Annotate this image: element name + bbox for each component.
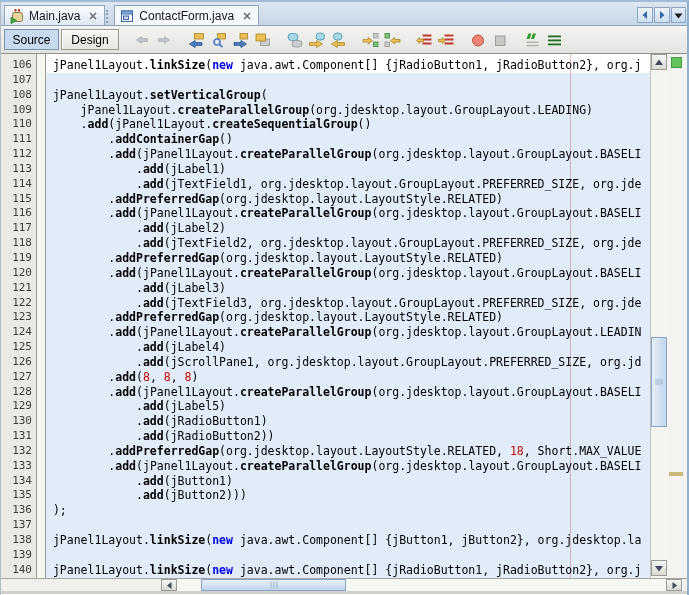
code-line[interactable]: .add(jRadioButton1)	[46, 414, 650, 429]
code-line[interactable]: .add(jLabel3)	[46, 281, 650, 296]
code-line[interactable]: jPanel1Layout.linkSize(new java.awt.Comp…	[46, 563, 650, 578]
toggle-bookmark-icon[interactable]	[330, 32, 347, 48]
tab-label: Main.java	[29, 9, 80, 23]
code-lines[interactable]: jPanel1Layout.linkSize(new java.awt.Comp…	[46, 54, 650, 578]
document-tabbar: Main.java ContactForm.java	[1, 2, 687, 26]
nav-back-icon[interactable]	[134, 32, 151, 48]
design-view-button[interactable]: Design	[61, 29, 119, 50]
scroll-up-button[interactable]	[651, 54, 667, 70]
code-line[interactable]: jPanel1Layout.setVerticalGroup(	[46, 88, 650, 103]
line-number: 115	[1, 192, 36, 207]
code-line[interactable]: .add(jLabel2)	[46, 221, 650, 236]
shift-line-left-icon[interactable]	[362, 32, 379, 48]
scroll-tabs-right-button[interactable]	[654, 7, 670, 23]
line-number: 117	[1, 221, 36, 236]
tab-contactform-java[interactable]: ContactForm.java	[114, 5, 259, 25]
editor-toolbar: Source Design	[1, 26, 687, 54]
source-view-button[interactable]: Source	[4, 29, 59, 50]
line-number: 131	[1, 429, 36, 444]
document-list-dropdown-button[interactable]	[671, 7, 686, 23]
unindent-icon[interactable]	[416, 32, 433, 48]
code-line[interactable]: .add(jPanel1Layout.createParallelGroup(o…	[46, 266, 650, 281]
error-stripe-mark[interactable]	[669, 472, 683, 476]
toggle-highlight-search-icon[interactable]	[254, 32, 271, 48]
code-line[interactable]: .add(jPanel1Layout.createParallelGroup(o…	[46, 459, 650, 474]
close-icon[interactable]	[241, 10, 253, 22]
code-line[interactable]: .add(jScrollPane1, org.jdesktop.layout.G…	[46, 355, 650, 370]
toolbar-icon-group	[470, 32, 509, 48]
record-macro-icon[interactable]	[470, 32, 487, 48]
vertical-scrollbar[interactable]	[650, 54, 667, 578]
code-line[interactable]: .add(jRadioButton2))	[46, 429, 650, 444]
error-stripe[interactable]	[667, 54, 687, 578]
code-line[interactable]: .add(jPanel1Layout.createParallelGroup(o…	[46, 325, 650, 340]
line-number: 140	[1, 563, 36, 578]
line-number: 119	[1, 251, 36, 266]
tab-main-java[interactable]: Main.java	[4, 5, 105, 25]
line-number: 110	[1, 117, 36, 132]
uncomment-icon[interactable]	[546, 32, 563, 48]
last-edit-location-icon[interactable]	[188, 32, 205, 48]
line-number: 134	[1, 474, 36, 489]
code-line[interactable]: jPanel1Layout.linkSize(new java.awt.Comp…	[46, 533, 650, 548]
code-line[interactable]: .addPreferredGap(org.jdesktop.layout.Lay…	[46, 444, 650, 459]
vertical-scrollbar-thumb[interactable]	[651, 337, 667, 427]
code-line[interactable]: );	[46, 503, 650, 518]
code-line[interactable]: jPanel1Layout.createParallelGroup(org.jd…	[46, 103, 650, 118]
code-line[interactable]	[46, 548, 650, 563]
find-next-icon[interactable]	[232, 32, 249, 48]
code-line[interactable]: .add(jButton2)))	[46, 488, 650, 503]
stop-macro-icon[interactable]	[492, 32, 509, 48]
code-line[interactable]	[46, 518, 650, 533]
scroll-left-button[interactable]	[161, 579, 177, 591]
scroll-down-button[interactable]	[651, 560, 667, 576]
nav-forward-icon[interactable]	[156, 32, 173, 48]
previous-bookmark-icon[interactable]	[286, 32, 303, 48]
code-line[interactable]: .add(jPanel1Layout.createParallelGroup(o…	[46, 385, 650, 400]
code-line[interactable]: jPanel1Layout.linkSize(new java.awt.Comp…	[46, 58, 650, 73]
code-line[interactable]: .addPreferredGap(org.jdesktop.layout.Lay…	[46, 251, 650, 266]
code-line[interactable]: .add(jLabel5)	[46, 399, 650, 414]
error-stripe-ok-indicator	[671, 57, 682, 68]
code-line[interactable]: .add(jTextField2, org.jdesktop.layout.Gr…	[46, 236, 650, 251]
glyph-margin	[37, 54, 46, 578]
line-number: 126	[1, 355, 36, 370]
code-line[interactable]: .add(jTextField1, org.jdesktop.layout.Gr…	[46, 177, 650, 192]
shift-line-right-icon[interactable]	[384, 32, 401, 48]
toolbar-icons	[119, 32, 563, 48]
code-editor: 1061071081091101111121131141151161171181…	[1, 54, 687, 578]
code-line[interactable]: .add(jTextField3, org.jdesktop.layout.Gr…	[46, 296, 650, 311]
code-line[interactable]: .add(jPanel1Layout.createParallelGroup(o…	[46, 206, 650, 221]
code-line[interactable]: .addContainerGap()	[46, 132, 650, 147]
scroll-right-button[interactable]	[666, 579, 682, 591]
code-line[interactable]: .add(jPanel1Layout.createParallelGroup(o…	[46, 147, 650, 162]
tab-label: ContactForm.java	[139, 9, 234, 23]
code-line[interactable]: .add(8, 8, 8)	[46, 370, 650, 385]
code-line[interactable]: .addPreferredGap(org.jdesktop.layout.Lay…	[46, 310, 650, 325]
code-line[interactable]: .add(jButton1)	[46, 474, 650, 489]
code-line[interactable]: .add(jPanel1Layout.createSequentialGroup…	[46, 117, 650, 132]
find-selection-icon[interactable]	[210, 32, 227, 48]
close-icon[interactable]	[87, 10, 99, 22]
horizontal-scrollbar-row	[1, 578, 687, 591]
scroll-tabs-left-button[interactable]	[637, 7, 653, 23]
indent-icon[interactable]	[438, 32, 455, 48]
line-number: 124	[1, 325, 36, 340]
comment-icon[interactable]	[524, 32, 541, 48]
toolbar-icon-group	[134, 32, 173, 48]
line-number: 106	[1, 58, 36, 73]
form-file-icon	[119, 8, 135, 24]
line-number: 137	[1, 518, 36, 533]
bottom-strip	[1, 591, 687, 594]
line-number: 107	[1, 73, 36, 88]
code-line[interactable]	[46, 73, 650, 88]
tab-separator-grip	[106, 10, 113, 23]
code-line[interactable]: .add(jLabel1)	[46, 162, 650, 177]
line-number: 116	[1, 206, 36, 221]
code-line[interactable]: .add(jLabel4)	[46, 340, 650, 355]
horizontal-scrollbar-thumb[interactable]	[201, 579, 346, 591]
line-number: 133	[1, 459, 36, 474]
code-line[interactable]: .addPreferredGap(org.jdesktop.layout.Lay…	[46, 192, 650, 207]
next-bookmark-icon[interactable]	[308, 32, 325, 48]
line-number: 108	[1, 88, 36, 103]
